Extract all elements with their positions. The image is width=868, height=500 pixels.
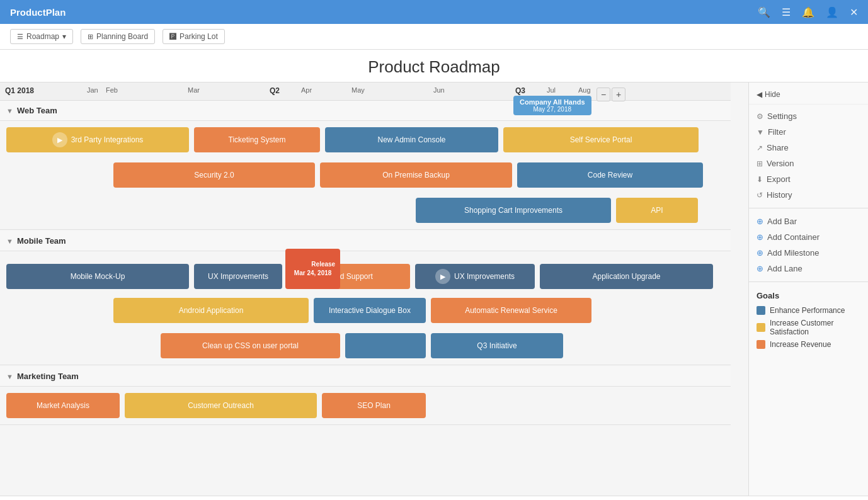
card-unnamed-blue[interactable] <box>345 333 426 358</box>
expand-icon: ▶ <box>52 132 67 147</box>
card-android-application[interactable]: Android Application <box>113 298 309 323</box>
milestone-label: Release Mar 24, 2018 <box>294 261 335 276</box>
share-icon: ↗ <box>757 144 763 152</box>
nav-icons: 🔍 ☰ 🔔 👤 ✕ <box>758 6 858 18</box>
parking-lot-button[interactable]: 🅿 Parking Lot <box>163 29 225 44</box>
hide-button[interactable]: ◀ Hide <box>749 88 868 105</box>
card-self-service-portal[interactable]: Self Service Portal <box>503 127 699 152</box>
web-team-header[interactable]: ▼ Web Team <box>0 101 731 121</box>
card-application-upgrade[interactable]: Application Upgrade <box>540 264 713 289</box>
card-customer-outreach[interactable]: Customer Outreach <box>125 393 317 418</box>
card-label: UX Improvements <box>208 272 268 281</box>
sidebar-item-share[interactable]: ↗ Share <box>749 140 868 156</box>
roadmap-button[interactable]: ☰ Roadmap ▾ <box>10 29 73 44</box>
export-icon: ⬇ <box>757 175 763 184</box>
month-mar: Mar <box>188 86 270 95</box>
roadmap-dropdown-icon: ▾ <box>62 32 66 41</box>
parking-lot-icon: 🅿 <box>169 33 176 40</box>
notifications-icon[interactable]: 🔔 <box>802 6 814 18</box>
card-label: Customer Outreach <box>188 401 254 410</box>
settings-icon: ⚙ <box>757 112 763 121</box>
card-3rd-party-integrations[interactable]: ▶ 3rd Party Integrations <box>6 127 189 152</box>
card-shopping-cart-improvements[interactable]: Shopping Cart Improvements <box>416 198 611 223</box>
card-market-analysis[interactable]: Market Analysis <box>6 393 120 418</box>
marketing-team-row-1: Market Analysis Customer Outreach SEO Pl… <box>0 389 731 422</box>
planning-board-label: Planning Board <box>96 32 148 41</box>
roadmap-label: Roadmap <box>26 32 59 41</box>
history-icon: ↺ <box>757 191 763 200</box>
sidebar-item-add-container[interactable]: ⊕ Add Container <box>749 229 868 245</box>
add-bar-plus-icon: ⊕ <box>757 217 763 226</box>
export-label: Export <box>767 174 791 184</box>
card-label: Interactive Dialogue Box <box>329 306 411 315</box>
search-icon[interactable]: 🔍 <box>758 6 770 18</box>
version-icon: ⊞ <box>757 159 763 168</box>
goal-dot-revenue <box>757 340 765 349</box>
mobile-team-row-2: Android Application Interactive Dialogue… <box>0 294 731 327</box>
card-interactive-dialogue-box[interactable]: Interactive Dialogue Box <box>314 298 426 323</box>
company-all-hands-marker: Company All Hands May 27, 2018 <box>513 96 591 115</box>
mobile-team-lane: ▼ Mobile Team Release Mar 24, 2018 Mobil… <box>0 231 731 365</box>
sidebar-item-settings[interactable]: ⚙ Settings <box>749 108 868 124</box>
parking-lot-label: Parking Lot <box>180 32 218 41</box>
sidebar-item-version[interactable]: ⊞ Version <box>749 156 868 171</box>
card-code-review[interactable]: Code Review <box>517 162 703 188</box>
card-ux-improvements-2[interactable]: ▶ UX Improvements <box>415 264 535 289</box>
close-icon[interactable]: ✕ <box>850 6 858 18</box>
roadmap-scroll[interactable]: − + Q1 2018 Jan Feb Mar Q2 Apr May Jun Q… <box>0 82 748 496</box>
zoom-out-button[interactable]: − <box>597 88 610 101</box>
month-may: May <box>351 86 433 95</box>
mobile-team-header[interactable]: ▼ Mobile Team <box>0 231 731 251</box>
hide-label: Hide <box>765 90 780 99</box>
brand-logo: ProductPlan <box>10 7 758 18</box>
quarter-q2-label: Q2 <box>270 86 301 95</box>
add-container-label: Add Container <box>767 232 819 242</box>
card-label: On Premise Backup <box>382 171 450 179</box>
card-clean-up-css[interactable]: Clean up CSS on user portal <box>161 333 340 358</box>
sidebar-item-filter[interactable]: ▼ Filter <box>749 124 868 140</box>
card-security-2[interactable]: Security 2.0 <box>113 162 315 188</box>
sidebar-item-history[interactable]: ↺ History <box>749 187 868 203</box>
card-q3-initiative[interactable]: Q3 Initiative <box>431 333 563 358</box>
roadmap-icon: ☰ <box>17 33 23 41</box>
card-seo-plan[interactable]: SEO Plan <box>322 393 426 418</box>
add-milestone-label: Add Milestone <box>767 248 819 258</box>
goal-label-revenue: Increase Revenue <box>770 340 831 349</box>
card-label: 3rd Party Integrations <box>71 135 144 144</box>
planning-board-button[interactable]: ⊞ Planning Board <box>81 29 155 44</box>
zoom-in-button[interactable]: + <box>612 88 625 101</box>
goal-dot-customer <box>757 323 765 332</box>
filter-icon: ▼ <box>757 128 764 137</box>
card-automatic-renewal-service[interactable]: Automatic Renewal Service <box>431 298 591 323</box>
mobile-team-row-3: Clean up CSS on user portal Q3 Initiativ… <box>0 329 731 362</box>
card-api[interactable]: API <box>616 198 698 223</box>
sidebar-item-add-bar[interactable]: ⊕ Add Bar <box>749 213 868 229</box>
card-ticketing-system[interactable]: Ticketing System <box>194 127 320 152</box>
zoom-controls: − + <box>597 88 625 101</box>
sidebar-item-add-milestone[interactable]: ⊕ Add Milestone <box>749 245 868 261</box>
sidebar-item-add-lane[interactable]: ⊕ Add Lane <box>749 261 868 276</box>
card-mobile-mockup[interactable]: Mobile Mock-Up <box>6 264 189 289</box>
card-label: Self Service Portal <box>570 135 632 144</box>
quarter-q1-label: Q1 2018 <box>5 86 87 95</box>
toolbar: ☰ Roadmap ▾ ⊞ Planning Board 🅿 Parking L… <box>0 24 868 50</box>
month-jan: Jan <box>87 86 106 95</box>
card-label: Mobile Mock-Up <box>71 272 125 281</box>
card-new-admin-console[interactable]: New Admin Console <box>325 127 498 152</box>
card-label: Shopping Cart Improvements <box>464 206 562 215</box>
sidebar-item-export[interactable]: ⬇ Export <box>749 171 868 187</box>
marketing-team-header[interactable]: ▼ Marketing Team <box>0 366 731 387</box>
user-icon[interactable]: 👤 <box>826 6 838 18</box>
card-on-premise-backup[interactable]: On Premise Backup <box>320 162 512 188</box>
card-label: Android Application <box>179 306 244 315</box>
sidebar: ◀ Hide ⚙ Settings ▼ Filter ↗ Share ⊞ Ver… <box>748 82 868 496</box>
release-milestone[interactable]: Release Mar 24, 2018 <box>285 249 340 289</box>
filter-label: Filter <box>768 127 786 137</box>
card-label: New Admin Console <box>377 135 445 144</box>
main-layout: − + Q1 2018 Jan Feb Mar Q2 Apr May Jun Q… <box>0 82 868 496</box>
goal-dot-enhance <box>757 306 765 315</box>
card-ux-improvements-1[interactable]: UX Improvements <box>194 264 282 289</box>
menu-icon[interactable]: ☰ <box>782 6 791 18</box>
web-team-row-1: ▶ 3rd Party Integrations Ticketing Syste… <box>0 123 731 156</box>
goal-enhance-performance: Enhance Performance <box>749 304 868 317</box>
